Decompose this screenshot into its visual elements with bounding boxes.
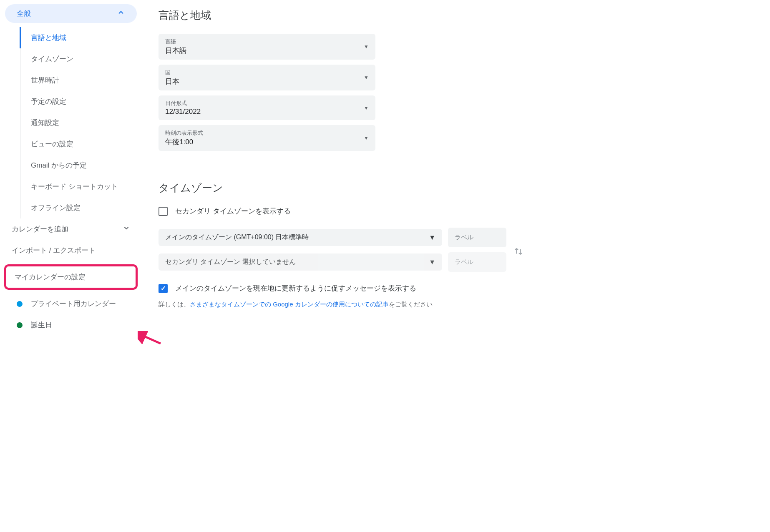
calendar-color-dot (17, 322, 23, 328)
checkbox-label: メインのタイムゾーンを現在地に更新するように促すメッセージを表示する (175, 284, 416, 293)
dropdown-caret-icon: ▼ (364, 105, 369, 111)
sidebar-calendar-birthday[interactable]: 誕生日 (0, 314, 142, 336)
field-value: 12/31/2022 (165, 108, 201, 116)
timezone-help-link[interactable]: さまざまなタイムゾーンでの Google カレンダーの使用についての記事 (190, 301, 389, 308)
calendar-color-dot (17, 301, 23, 307)
dropdown-caret-icon: ▼ (429, 234, 435, 241)
language-select[interactable]: 言語 日本語 ▼ (159, 34, 375, 60)
field-label: 国 (165, 69, 179, 76)
secondary-timezone-label-input[interactable]: ラベル (448, 252, 506, 272)
field-value: 午後1:00 (165, 137, 203, 147)
sidebar-add-calendar[interactable]: カレンダーを追加 (0, 218, 142, 240)
sidebar-item-world-clock[interactable]: 世界時計 (0, 70, 142, 91)
field-value: 日本語 (165, 46, 186, 55)
dropdown-caret-icon: ▼ (364, 44, 369, 50)
field-label: 言語 (165, 38, 186, 45)
field-value: 日本 (165, 77, 179, 86)
sidebar-item-keyboard-shortcuts[interactable]: キーボード ショートカット (0, 176, 142, 197)
settings-sidebar: 全般 言語と地域 タイムゾーン 世界時計 予定の設定 通知設定 ビューの設定 G… (0, 0, 142, 340)
time-format-select[interactable]: 時刻の表示形式 午後1:00 ▼ (159, 125, 375, 151)
sidebar-item-event-settings[interactable]: 予定の設定 (0, 91, 142, 112)
country-select[interactable]: 国 日本 ▼ (159, 65, 375, 90)
sidebar-import-export[interactable]: インポート / エクスポート (0, 240, 142, 261)
section-title-timezone: タイムゾーン (159, 181, 526, 195)
show-secondary-tz-row: セカンダリ タイムゾーンを表示する (159, 206, 526, 216)
main-timezone-label-input[interactable]: ラベル (448, 228, 506, 247)
sidebar-calendar-private[interactable]: プライベート用カレンダー (0, 293, 142, 314)
sidebar-item-gmail-events[interactable]: Gmail からの予定 (0, 155, 142, 176)
main-content: 言語と地域 言語 日本語 ▼ 国 日本 ▼ 日付形式 12/31/2022 ▼ … (142, 0, 542, 340)
sidebar-general-header[interactable]: 全般 (5, 4, 137, 23)
checkbox-label: セカンダリ タイムゾーンを表示する (175, 206, 291, 216)
dropdown-caret-icon: ▼ (364, 135, 369, 141)
timezone-help-text: 詳しくは、さまざまなタイムゾーンでの Google カレンダーの使用についての記… (159, 301, 526, 309)
chevron-up-icon (117, 8, 125, 19)
field-placeholder: 選択していません (242, 258, 296, 265)
field-label: メインのタイムゾーン (165, 233, 232, 241)
sidebar-general-label: 全般 (17, 9, 31, 18)
field-label: セカンダリ タイムゾーン (165, 258, 240, 265)
prompt-tz-update-row: メインのタイムゾーンを現在地に更新するように促すメッセージを表示する (159, 284, 526, 293)
field-label: 時刻の表示形式 (165, 129, 203, 137)
sidebar-item-timezone[interactable]: タイムゾーン (0, 48, 142, 70)
field-label: 日付形式 (165, 100, 201, 107)
prompt-tz-update-checkbox[interactable] (159, 284, 168, 293)
chevron-down-icon (123, 224, 130, 234)
show-secondary-tz-checkbox[interactable] (159, 207, 168, 216)
swap-timezones-icon[interactable] (511, 246, 526, 258)
dropdown-caret-icon: ▼ (429, 258, 435, 266)
sidebar-item-view-settings[interactable]: ビューの設定 (0, 133, 142, 155)
field-value: (GMT+09:00) 日本標準時 (234, 233, 309, 241)
sidebar-item-offline-settings[interactable]: オフライン設定 (0, 197, 142, 218)
sidebar-item-notification-settings[interactable]: 通知設定 (0, 112, 142, 133)
date-format-select[interactable]: 日付形式 12/31/2022 ▼ (159, 95, 375, 120)
section-title-language-region: 言語と地域 (159, 8, 526, 22)
sidebar-item-language-region[interactable]: 言語と地域 (0, 27, 142, 48)
sidebar-my-calendar-settings[interactable]: マイカレンダーの設定 (4, 264, 138, 290)
main-timezone-select[interactable]: メインのタイムゾーン (GMT+09:00) 日本標準時 ▼ (159, 229, 442, 246)
secondary-timezone-select[interactable]: セカンダリ タイムゾーン 選択していません ▼ (159, 253, 442, 271)
dropdown-caret-icon: ▼ (364, 75, 369, 80)
